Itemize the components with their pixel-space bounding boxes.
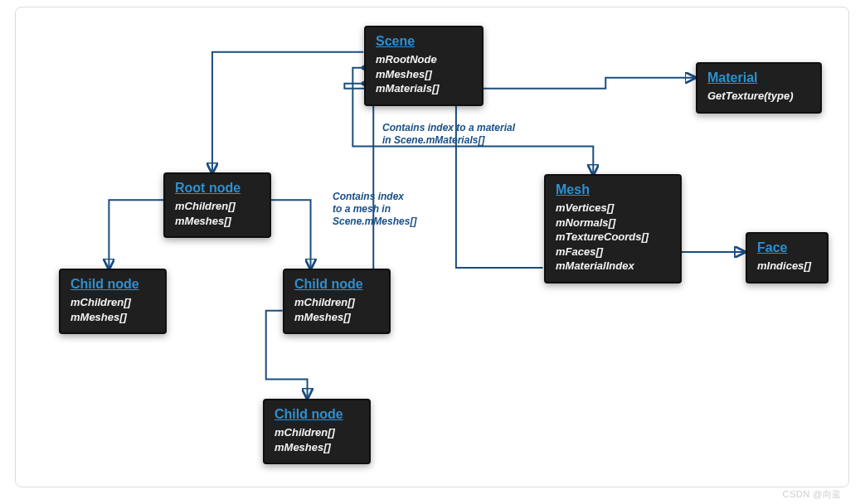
node-mesh-title: Mesh (556, 182, 670, 197)
node-mesh: Mesh mVertices[] mNormals[] mTextureCoor… (544, 174, 682, 284)
node-material-title: Material (707, 70, 810, 85)
node-root-prop-0: mChildren[] (175, 199, 260, 214)
node-material: Material GetTexture(type) (696, 62, 822, 114)
node-mesh-prop-1: mNormals[] (556, 216, 670, 230)
node-mesh-prop-3: mFaces[] (556, 245, 670, 259)
node-child-a: Child node mChildren[] mMeshes[] (59, 269, 167, 334)
node-child-a-prop-0: mChildren[] (70, 295, 155, 310)
node-face-prop-0: mIndices[] (757, 259, 817, 274)
node-mesh-prop-4: mMaterialIndex (556, 259, 670, 274)
label-material-index: Contains index to a material in Scene.mM… (382, 122, 548, 147)
node-face-title: Face (757, 240, 817, 255)
diagram-frame: Scene mRootNode mMeshes[] mMaterials[] R… (15, 7, 849, 487)
node-child-b-title: Child node (294, 277, 379, 292)
node-child-c-prop-1: mMeshes[] (275, 440, 359, 455)
node-face: Face mIndices[] (746, 232, 829, 284)
node-child-a-prop-1: mMeshes[] (70, 310, 155, 325)
watermark: CSDN @向蓝 (783, 488, 842, 501)
node-child-a-title: Child node (70, 277, 155, 292)
node-child-c-title: Child node (275, 407, 359, 422)
node-root: Root node mChildren[] mMeshes[] (163, 172, 271, 238)
node-material-prop-0: GetTexture(type) (707, 89, 810, 104)
node-mesh-prop-0: mVertices[] (556, 201, 670, 216)
node-child-b-prop-1: mMeshes[] (294, 310, 379, 325)
label-mesh-index: Contains index to a mesh in Scene.mMeshe… (333, 191, 440, 228)
node-child-b: Child node mChildren[] mMeshes[] (283, 269, 391, 334)
node-scene-prop-1: mMeshes[] (376, 67, 472, 82)
node-child-b-prop-0: mChildren[] (294, 295, 379, 310)
node-mesh-prop-2: mTextureCoords[] (556, 230, 670, 245)
node-scene-prop-2: mMaterials[] (376, 81, 472, 96)
node-scene: Scene mRootNode mMeshes[] mMaterials[] (364, 26, 484, 106)
node-root-title: Root node (175, 181, 260, 196)
diagram-canvas: Scene mRootNode mMeshes[] mMaterials[] R… (26, 16, 838, 478)
node-scene-title: Scene (376, 34, 472, 49)
node-root-prop-1: mMeshes[] (175, 214, 260, 229)
node-child-c: Child node mChildren[] mMeshes[] (263, 399, 371, 464)
node-scene-prop-0: mRootNode (376, 52, 472, 67)
node-child-c-prop-0: mChildren[] (275, 425, 359, 440)
